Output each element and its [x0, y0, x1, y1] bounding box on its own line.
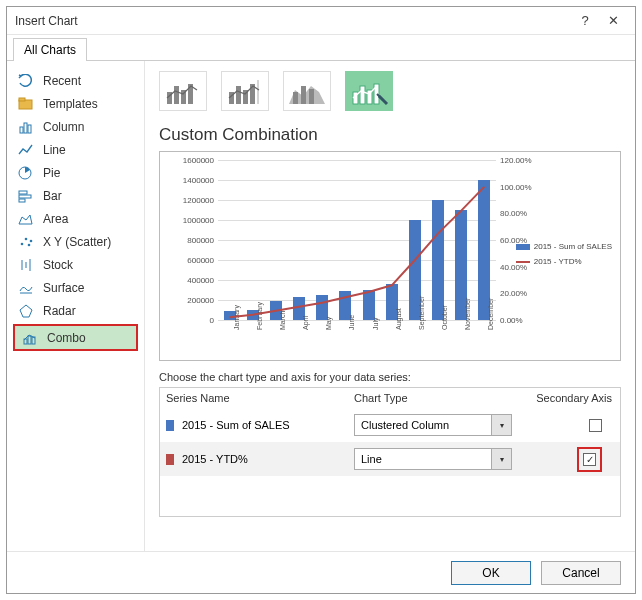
plot-area: [218, 160, 496, 320]
chevron-down-icon: ▾: [491, 449, 511, 469]
sidebar-item-label: Pie: [43, 166, 60, 180]
col-secondary-axis: Secondary Axis: [534, 392, 614, 404]
chart-type-sidebar: Recent Templates Column Line Pie Bar: [7, 61, 145, 551]
svg-rect-4: [28, 125, 31, 133]
templates-icon: [17, 96, 35, 112]
sidebar-item-scatter[interactable]: X Y (Scatter): [11, 230, 140, 253]
sidebar-item-templates[interactable]: Templates: [11, 92, 140, 115]
sidebar-item-label: Stock: [43, 258, 73, 272]
svg-rect-32: [301, 86, 306, 104]
sidebar-item-stock[interactable]: Stock: [11, 253, 140, 276]
help-button[interactable]: ?: [571, 13, 599, 28]
series-row: 2015 - Sum of SALES Clustered Column ▾: [160, 408, 620, 442]
series-caption: Choose the chart type and axis for your …: [159, 371, 621, 383]
pie-icon: [17, 165, 35, 181]
svg-rect-1: [19, 98, 25, 101]
col-series-name: Series Name: [166, 392, 354, 404]
combo-subtype-1[interactable]: [159, 71, 207, 111]
sidebar-item-label: Line: [43, 143, 66, 157]
radar-icon: [17, 303, 35, 319]
legend-item-2: 2015 - YTD%: [516, 257, 612, 266]
svg-point-11: [25, 237, 28, 240]
combo-subtype-3[interactable]: [283, 71, 331, 111]
tab-all-charts[interactable]: All Charts: [13, 38, 87, 61]
series-table-header: Series Name Chart Type Secondary Axis: [160, 388, 620, 408]
cancel-button[interactable]: Cancel: [541, 561, 621, 585]
svg-rect-6: [19, 191, 27, 194]
chart-type-dropdown[interactable]: Line ▾: [354, 448, 512, 470]
svg-rect-35: [360, 86, 365, 104]
area-icon: [17, 211, 35, 227]
sidebar-item-label: Combo: [47, 331, 86, 345]
sidebar-item-recent[interactable]: Recent: [11, 69, 140, 92]
svg-rect-22: [174, 86, 179, 104]
chart-subtype-thumbs: [159, 71, 621, 111]
dialog-title: Insert Chart: [15, 14, 78, 28]
series-swatch: [166, 454, 174, 465]
svg-rect-7: [19, 195, 31, 198]
series-row: 2015 - YTD% Line ▾ ✓: [160, 442, 620, 476]
sidebar-item-area[interactable]: Area: [11, 207, 140, 230]
sidebar-item-label: Bar: [43, 189, 62, 203]
series-swatch: [166, 420, 174, 431]
ok-button[interactable]: OK: [451, 561, 531, 585]
combo-subtype-custom[interactable]: [345, 71, 393, 111]
svg-rect-26: [236, 86, 241, 104]
svg-rect-8: [19, 199, 25, 202]
sidebar-item-column[interactable]: Column: [11, 115, 140, 138]
sidebar-item-line[interactable]: Line: [11, 138, 140, 161]
svg-point-13: [30, 239, 33, 242]
main-panel: Custom Combination 020000040000060000080…: [145, 61, 635, 551]
sidebar-item-label: Surface: [43, 281, 84, 295]
svg-marker-9: [19, 215, 32, 224]
combo-icon: [21, 330, 39, 346]
svg-point-12: [28, 243, 31, 246]
svg-rect-33: [309, 89, 314, 104]
svg-marker-17: [20, 305, 32, 317]
legend-item-1: 2015 - Sum of SALES: [516, 242, 612, 251]
titlebar: Insert Chart ? ✕: [7, 7, 635, 35]
sidebar-item-label: Templates: [43, 97, 98, 111]
series-table: Series Name Chart Type Secondary Axis 20…: [159, 387, 621, 517]
svg-rect-2: [20, 127, 23, 133]
sidebar-item-label: Recent: [43, 74, 81, 88]
close-button[interactable]: ✕: [599, 13, 627, 28]
section-title: Custom Combination: [159, 125, 621, 145]
insert-chart-dialog: Insert Chart ? ✕ All Charts Recent Templ…: [6, 6, 636, 594]
secondary-axis-checkbox[interactable]: [589, 419, 602, 432]
chart-legend: 2015 - Sum of SALES 2015 - YTD%: [516, 242, 612, 272]
tab-strip: All Charts: [7, 35, 635, 61]
sidebar-item-label: Area: [43, 212, 68, 226]
svg-rect-31: [293, 92, 298, 104]
svg-rect-19: [28, 336, 31, 344]
chart-preview: 0200000400000600000800000100000012000001…: [159, 151, 621, 361]
sidebar-item-label: Radar: [43, 304, 76, 318]
svg-point-10: [21, 242, 24, 245]
col-chart-type: Chart Type: [354, 392, 534, 404]
sidebar-item-label: X Y (Scatter): [43, 235, 111, 249]
combo-subtype-2[interactable]: [221, 71, 269, 111]
sidebar-item-label: Column: [43, 120, 84, 134]
chevron-down-icon: ▾: [491, 415, 511, 435]
series-name-label: 2015 - YTD%: [182, 453, 248, 465]
sidebar-item-surface[interactable]: Surface: [11, 276, 140, 299]
secondary-axis-checkbox[interactable]: ✓: [583, 453, 596, 466]
surface-icon: [17, 280, 35, 296]
stock-icon: [17, 257, 35, 273]
svg-rect-3: [24, 123, 27, 133]
scatter-icon: [17, 234, 35, 250]
column-icon: [17, 119, 35, 135]
sidebar-item-radar[interactable]: Radar: [11, 299, 140, 322]
line-icon: [17, 142, 35, 158]
chart-type-dropdown[interactable]: Clustered Column ▾: [354, 414, 512, 436]
bar-icon: [17, 188, 35, 204]
sidebar-item-combo[interactable]: Combo: [15, 326, 136, 349]
recent-icon: [17, 73, 35, 89]
dialog-footer: OK Cancel: [7, 551, 635, 593]
sidebar-item-bar[interactable]: Bar: [11, 184, 140, 207]
sidebar-item-pie[interactable]: Pie: [11, 161, 140, 184]
series-name-label: 2015 - Sum of SALES: [182, 419, 290, 431]
